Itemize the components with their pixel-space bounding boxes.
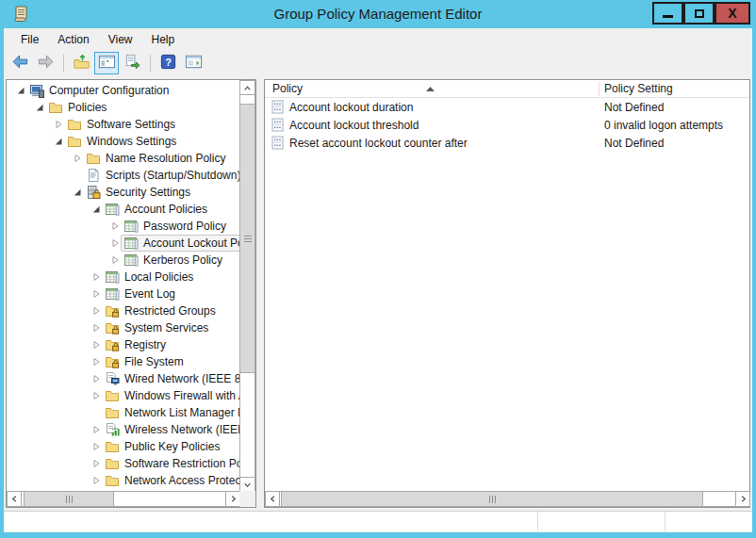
scrollbar-thumb[interactable]	[281, 491, 703, 507]
export-list-icon	[123, 53, 141, 74]
expand-arrow-icon[interactable]	[110, 255, 121, 266]
expand-arrow-icon[interactable]	[91, 323, 102, 334]
export-list-button[interactable]	[120, 52, 144, 74]
tree-item-label: Windows Firewall with A	[124, 389, 240, 402]
expand-arrow-icon[interactable]	[91, 306, 102, 317]
tree-vertical-scrollbar[interactable]	[239, 80, 255, 491]
window-title: Group Policy Management Editor	[0, 6, 756, 22]
computer-icon	[29, 83, 44, 98]
collapse-arrow-icon[interactable]	[91, 204, 102, 215]
scrollbar-thumb[interactable]	[239, 104, 255, 373]
expand-arrow-icon[interactable]	[91, 374, 102, 384]
tree-item-security-settings[interactable]: Security Settings	[8, 184, 240, 201]
tree-item-restricted-groups[interactable]: Restricted Groups	[8, 302, 240, 319]
tree-item-policies[interactable]: Policies	[8, 99, 240, 116]
tree-item-computer-configuration[interactable]: Computer Configuration	[8, 82, 240, 99]
menu-view[interactable]: View	[99, 30, 142, 49]
expand-arrow-icon[interactable]	[110, 238, 121, 249]
tree-item-label: Local Policies	[124, 270, 193, 284]
scroll-down-button[interactable]	[239, 477, 255, 492]
tree-item-kerberos-policy[interactable]: Kerberos Policy	[8, 252, 240, 269]
folder-lock-icon	[105, 303, 120, 318]
scroll-right-button[interactable]	[735, 491, 750, 507]
expand-arrow-icon[interactable]	[91, 289, 102, 300]
window-chrome: FileActionViewHelp ? Computer Configurat…	[4, 28, 752, 532]
folder-icon	[48, 100, 63, 115]
tree-item-scripts-startup-shutdown[interactable]: Scripts (Startup/Shutdown)	[8, 167, 240, 184]
policy-table-icon	[105, 286, 120, 302]
tree-item-local-policies[interactable]: Local Policies	[8, 269, 240, 285]
tree-indent	[8, 379, 91, 380]
tree-item-software-restriction-poli[interactable]: Software Restriction Poli	[8, 455, 240, 472]
expand-arrow-icon[interactable]	[110, 221, 121, 232]
list-horizontal-scrollbar[interactable]	[265, 491, 749, 507]
expand-arrow-icon[interactable]	[91, 391, 102, 401]
tree-indent	[8, 175, 73, 176]
tree-item-label: Network List Manager Po	[124, 406, 240, 419]
back-button[interactable]	[8, 52, 32, 74]
net-wired-icon	[105, 371, 120, 386]
policy-table-icon	[105, 202, 120, 217]
menu-action[interactable]: Action	[48, 30, 98, 49]
expand-arrow-icon[interactable]	[54, 120, 64, 130]
collapse-arrow-icon[interactable]	[35, 103, 45, 113]
scroll-right-button[interactable]	[225, 491, 240, 507]
scroll-left-button[interactable]	[265, 491, 280, 507]
expand-arrow-icon[interactable]	[91, 459, 102, 469]
column-header-policy[interactable]: Policy	[272, 82, 303, 95]
close-icon: X	[728, 7, 736, 20]
menu-file[interactable]: File	[11, 30, 48, 49]
expand-arrow-icon[interactable]	[91, 476, 102, 486]
scrollbar-thumb[interactable]	[24, 491, 114, 507]
scroll-left-button[interactable]	[7, 491, 22, 507]
tree-item-account-lockout-pol[interactable]: Account Lockout Pol	[8, 235, 240, 252]
collapse-arrow-icon[interactable]	[54, 137, 64, 147]
console-tree-button[interactable]	[94, 52, 119, 74]
collapse-arrow-icon[interactable]	[16, 86, 26, 96]
tree-item-registry[interactable]: Registry	[8, 336, 240, 353]
tree-indent	[8, 481, 91, 481]
close-button[interactable]: X	[715, 2, 750, 24]
tree-item-software-settings[interactable]: Software Settings	[8, 116, 240, 133]
tree-item-windows-settings[interactable]: Windows Settings	[8, 133, 240, 150]
column-divider[interactable]	[599, 82, 600, 96]
expand-arrow-icon[interactable]	[91, 442, 102, 452]
tree-item-file-system[interactable]: File System	[8, 353, 240, 370]
tree-item-account-policies[interactable]: Account Policies	[8, 201, 240, 218]
tree-item-windows-firewall-with-a[interactable]: Windows Firewall with A	[8, 387, 240, 404]
no-expander	[73, 171, 83, 181]
tree-item-box: Network List Manager Po	[102, 404, 240, 421]
up-level-icon	[73, 53, 90, 74]
tree-indent	[8, 413, 91, 414]
scroll-up-button[interactable]	[239, 80, 255, 95]
menu-help[interactable]: Help	[142, 30, 185, 49]
policy-row[interactable]: Account lockout threshold0 invalid logon…	[265, 116, 749, 134]
expand-arrow-icon[interactable]	[91, 272, 102, 283]
expand-arrow-icon[interactable]	[73, 154, 83, 164]
tree-horizontal-scrollbar[interactable]	[7, 491, 239, 507]
tree-item-password-policy[interactable]: Password Policy	[8, 218, 240, 235]
up-level-button[interactable]	[69, 52, 93, 74]
tree-item-wired-network-ieee-802[interactable]: Wired Network (IEEE 802	[8, 370, 240, 387]
policy-list-panel: Policy Policy Setting Account lockout du…	[264, 79, 750, 508]
tree-item-wireless-network-ieee-8[interactable]: Wireless Network (IEEE 8	[8, 421, 240, 438]
expand-arrow-icon[interactable]	[91, 357, 102, 367]
help-button[interactable]: ?	[156, 52, 180, 74]
tree-item-network-list-manager-po[interactable]: Network List Manager Po	[8, 404, 240, 421]
minimize-button[interactable]	[652, 2, 683, 24]
action-pane-button[interactable]	[181, 52, 205, 74]
expand-arrow-icon[interactable]	[91, 425, 102, 435]
policy-row[interactable]: Reset account lockout counter afterNot D…	[265, 134, 749, 152]
expand-arrow-icon[interactable]	[91, 340, 102, 351]
tree-item-event-log[interactable]: Event Log	[8, 285, 240, 302]
tree-item-network-access-protecti[interactable]: Network Access Protecti	[8, 472, 240, 489]
column-header-policy-setting[interactable]: Policy Setting	[604, 82, 673, 95]
maximize-button[interactable]	[683, 2, 715, 24]
forward-button[interactable]	[33, 52, 58, 74]
policy-row[interactable]: Account lockout durationNot Defined	[265, 98, 749, 116]
tree-item-label: Scripts (Startup/Shutdown)	[106, 169, 240, 182]
tree-item-public-key-policies[interactable]: Public Key Policies	[8, 438, 240, 455]
tree-item-system-services[interactable]: System Services	[8, 319, 240, 336]
tree-item-name-resolution-policy[interactable]: Name Resolution Policy	[8, 150, 240, 167]
collapse-arrow-icon[interactable]	[73, 187, 83, 198]
